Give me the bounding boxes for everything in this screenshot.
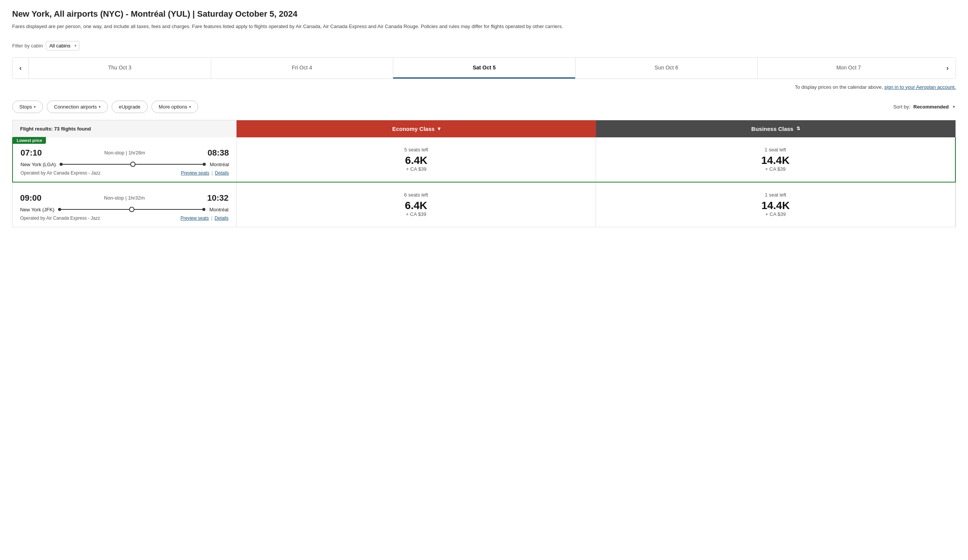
economy-class-header[interactable]: Economy Class ▾ (237, 120, 596, 137)
aeroplan-sign-in-link[interactable]: sign in to your Aeroplan account. (884, 84, 956, 90)
filter-cabin-select[interactable]: All cabins Economy Business (46, 41, 80, 50)
flight-links-2: Preview seats | Details (180, 215, 229, 221)
preview-seats-link-2[interactable]: Preview seats (180, 215, 209, 221)
calendar-day-thu[interactable]: Thu Oct 3 (28, 58, 211, 79)
arrive-time-1: 08:38 (208, 148, 229, 158)
destination-2: Montréal (209, 207, 229, 213)
flight-operator-1: Operated by Air Canada Express - Jazz Pr… (20, 170, 229, 176)
business-seats-left-1: 1 seat left (764, 147, 786, 152)
eupgrade-filter-button[interactable]: eUpgrade (112, 101, 148, 113)
flight-operator-2: Operated by Air Canada Express - Jazz Pr… (20, 215, 229, 221)
economy-cash-1: + CA $39 (406, 166, 427, 172)
calendar-day-sat[interactable]: Sat Oct 5 (393, 58, 575, 79)
details-link-1[interactable]: Details (215, 170, 229, 176)
filter-cabin-select-wrap[interactable]: All cabins Economy Business (46, 41, 80, 50)
flight-card-2: 09:00 Non-stop | 1hr32m 10:32 New York (… (12, 182, 956, 227)
depart-time-1: 07:10 (20, 148, 42, 158)
business-points-2: 14.4K (761, 200, 790, 212)
destination-1: Montréal (210, 162, 229, 167)
origin-2: New York (JFK) (20, 207, 54, 213)
separator-2: | (211, 215, 212, 221)
filter-cabin-row: Filter by cabin All cabins Economy Busin… (12, 41, 956, 50)
sort-row: Sort by: Recommended Price Duration (893, 104, 956, 110)
flight-duration-1: Non-stop | 1hr28m (104, 150, 145, 155)
sort-label: Sort by: (893, 104, 910, 110)
business-price-cell-2[interactable]: 1 seat left 14.4K + CA $39 (596, 182, 955, 227)
arrive-time-2: 10:32 (207, 193, 229, 203)
route-dot-left-1 (60, 163, 63, 166)
economy-dropdown-arrow: ▾ (438, 126, 440, 132)
route-dot-left-2 (58, 208, 61, 211)
flight-times-2: 09:00 Non-stop | 1hr32m 10:32 (20, 193, 229, 203)
route-line-2 (58, 208, 206, 211)
calendar-prev-button[interactable]: ‹ (13, 58, 28, 79)
origin-1: New York (LGA) (20, 162, 56, 167)
calendar-day-fri[interactable]: Fri Oct 4 (211, 58, 393, 79)
lowest-price-badge: Lowest price (13, 137, 46, 144)
flight-times-1: 07:10 Non-stop | 1hr28m 08:38 (20, 148, 229, 158)
business-sort-arrows: ⇅ (796, 126, 800, 131)
more-options-dropdown-arrow: ▾ (189, 105, 191, 109)
page-subtitle: Fares displayed are per person, one way,… (12, 23, 956, 30)
economy-seats-left-2: 6 seats left (404, 192, 428, 198)
business-cash-1: + CA $39 (765, 166, 786, 172)
results-count-label: Flight results: 73 flights found (13, 120, 237, 137)
route-dot-right-2 (202, 208, 206, 211)
economy-seats-left-1: 5 seats left (404, 147, 428, 152)
business-price-cell-1[interactable]: 1 seat left 14.4K + CA $39 (596, 137, 955, 182)
filter-buttons-row: Stops ▾ Connection airports ▾ eUpgrade M… (12, 101, 956, 113)
operator-label-1: Operated by Air Canada Express - Jazz (20, 170, 101, 176)
aeroplan-note: To display prices on the calendar above,… (12, 84, 956, 90)
stops-filter-button[interactable]: Stops ▾ (12, 101, 43, 113)
economy-cash-2: + CA $39 (406, 211, 426, 217)
sort-select[interactable]: Recommended Price Duration (913, 104, 956, 110)
route-dot-mid-1 (130, 162, 136, 167)
results-header: Flight results: 73 flights found Economy… (12, 120, 956, 137)
economy-price-cell-2[interactable]: 6 seats left 6.4K + CA $39 (237, 182, 596, 227)
calendar-nav: ‹ Thu Oct 3 Fri Oct 4 Sat Oct 5 Sun Oct … (12, 57, 956, 79)
stops-dropdown-arrow: ▾ (34, 105, 36, 109)
business-seats-left-2: 1 seat left (765, 192, 786, 198)
connection-airports-filter-button[interactable]: Connection airports ▾ (47, 101, 108, 113)
preview-seats-link-1[interactable]: Preview seats (181, 170, 209, 176)
flight-route-2: New York (JFK) Montréal (20, 207, 229, 213)
route-dot-right-1 (203, 163, 206, 166)
more-options-filter-button[interactable]: More options ▾ (151, 101, 198, 113)
flight-route-1: New York (LGA) Montréal (20, 162, 229, 167)
depart-time-2: 09:00 (20, 193, 41, 203)
business-class-header[interactable]: Business Class ⇅ (596, 120, 955, 137)
route-line-bar-2 (61, 209, 202, 210)
flight-info-2: 09:00 Non-stop | 1hr32m 10:32 New York (… (13, 182, 237, 227)
flight-links-1: Preview seats | Details (181, 170, 229, 176)
economy-points-2: 6.4K (404, 200, 427, 212)
calendar-day-sun[interactable]: Sun Oct 6 (575, 58, 757, 79)
flight-info-1: 07:10 Non-stop | 1hr28m 08:38 New York (… (13, 137, 237, 182)
details-link-2[interactable]: Details (214, 215, 229, 221)
page-title: New York, All airports (NYC) - Montréal … (12, 9, 956, 19)
operator-label-2: Operated by Air Canada Express - Jazz (20, 215, 100, 221)
economy-price-cell-1[interactable]: 5 seats left 6.4K + CA $39 (237, 137, 596, 182)
connection-dropdown-arrow: ▾ (99, 105, 101, 109)
sort-select-wrap[interactable]: Recommended Price Duration (913, 104, 956, 110)
filter-cabin-label: Filter by cabin (12, 43, 43, 49)
calendar-next-button[interactable]: › (940, 58, 955, 79)
business-points-1: 14.4K (761, 155, 790, 167)
route-line-bar-1 (63, 164, 203, 165)
economy-points-1: 6.4K (405, 155, 428, 167)
separator-1: | (211, 170, 212, 176)
route-dot-mid-2 (129, 207, 134, 212)
calendar-day-mon[interactable]: Mon Oct 7 (757, 58, 940, 79)
business-cash-2: + CA $39 (765, 211, 786, 217)
flight-card-1: Lowest price 07:10 Non-stop | 1hr28m 08:… (12, 137, 956, 182)
route-line-1 (60, 163, 206, 166)
flight-duration-2: Non-stop | 1hr32m (104, 195, 145, 201)
